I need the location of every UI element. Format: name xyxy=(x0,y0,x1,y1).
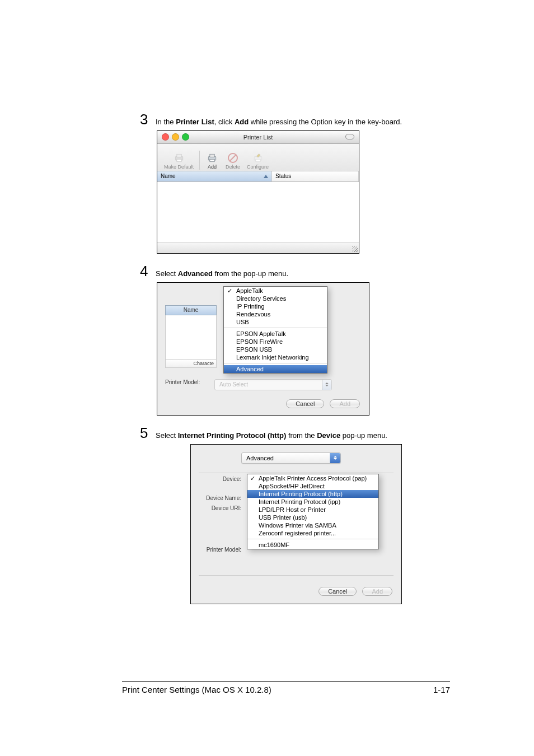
svg-line-7 xyxy=(230,155,236,161)
step-4-text: Select Advanced from the pop-up menu. xyxy=(156,264,288,279)
menu-item-label: LPD/LPR Host or Printer xyxy=(259,506,326,513)
menu-item[interactable]: USB xyxy=(224,318,327,326)
step-5-text: Select Internet Printing Protocol (http)… xyxy=(156,426,387,441)
footer-page-number: 1-17 xyxy=(433,685,450,694)
step-3-text: In the Printer List, click Add while pre… xyxy=(156,112,402,127)
svg-rect-9 xyxy=(255,159,260,161)
connection-combo[interactable]: Advanced xyxy=(241,452,341,464)
add-label: Add xyxy=(208,164,217,170)
menu-item-label: Rendezvous xyxy=(236,311,270,318)
column-status[interactable]: Status xyxy=(272,171,359,181)
menu-item-label: USB Printer (usb) xyxy=(259,514,307,521)
toolbar-toggle-icon[interactable] xyxy=(345,134,354,139)
svg-rect-5 xyxy=(210,159,214,161)
stepper-icon xyxy=(322,380,331,390)
make-default-label: Make Default xyxy=(164,164,194,170)
sort-ascending-icon xyxy=(264,175,268,178)
menu-item[interactable]: mc1690MF xyxy=(247,541,378,549)
connection-popup-menu[interactable]: ✓AppleTalkDirectory ServicesIP PrintingR… xyxy=(223,286,327,374)
printer-icon xyxy=(172,152,186,164)
connection-combo-value: Advanced xyxy=(246,455,274,461)
svg-rect-4 xyxy=(210,154,214,157)
name-column-header[interactable]: Name xyxy=(165,305,217,315)
step-3: 3 In the Printer List, click Add while p… xyxy=(140,112,450,127)
delete-label: Delete xyxy=(226,164,240,170)
menu-item[interactable]: ✓AppleTalk Printer Access Protocol (pap) xyxy=(247,474,378,482)
cancel-button[interactable]: Cancel xyxy=(318,587,357,596)
window-footer xyxy=(157,243,359,253)
menu-item-label: Internet Printing Protocol (http) xyxy=(259,491,343,497)
menu-item-label: AppleTalk Printer Access Protocol (pap) xyxy=(259,475,367,482)
add-button: Add xyxy=(330,399,360,408)
button-row: Cancel Add xyxy=(318,587,392,596)
menu-item-label: AppSocket/HP JetDirect xyxy=(259,483,325,489)
device-name-label: Device Name: xyxy=(196,495,241,501)
printer-list-window: Printer List Make Default Add xyxy=(157,130,359,254)
titlebar[interactable]: Printer List xyxy=(157,131,359,144)
step5-b2: Device xyxy=(317,431,340,440)
menu-item[interactable]: IP Printing xyxy=(224,302,327,310)
menu-item[interactable]: USB Printer (usb) xyxy=(247,514,378,521)
step-5: 5 Select Internet Printing Protocol (htt… xyxy=(140,426,450,441)
chevron-updown-icon xyxy=(330,453,340,463)
menu-item[interactable]: Windows Printer via SAMBA xyxy=(247,521,378,529)
svg-rect-1 xyxy=(176,154,181,157)
printer-model-label: Printer Model: xyxy=(196,547,241,553)
menu-item-label: EPSON FireWire xyxy=(236,338,283,345)
menu-item[interactable]: Internet Printing Protocol (http) xyxy=(247,490,378,498)
add-printer-sheet: Name Characte Printer Model: Auto Select… xyxy=(157,282,369,416)
step5-mid: from the xyxy=(286,431,317,440)
configure-button: Configure xyxy=(243,147,272,170)
printer-model-label: Printer Model: xyxy=(165,379,200,385)
step3-b2: Add xyxy=(235,118,249,126)
add-button: Add xyxy=(362,587,392,596)
menu-item[interactable]: LPD/LPR Host or Printer xyxy=(247,506,378,514)
menu-item-label: mc1690MF xyxy=(259,542,289,548)
window-title: Printer List xyxy=(157,134,359,141)
column-name-label: Name xyxy=(161,173,176,179)
page-footer: Print Center Settings (Mac OS X 10.2.8) … xyxy=(122,681,450,694)
footer-title: Print Center Settings (Mac OS X 10.2.8) xyxy=(122,685,271,694)
column-headers: Name Status xyxy=(157,171,359,182)
menu-item-label: Advanced xyxy=(236,366,264,372)
menu-item[interactable]: Advanced xyxy=(224,365,327,373)
printer-list-area[interactable] xyxy=(157,182,359,243)
step3-b1: Printer List xyxy=(176,118,214,126)
menu-item-label: EPSON AppleTalk xyxy=(236,330,286,337)
menu-item[interactable]: Rendezvous xyxy=(224,310,327,318)
menu-item[interactable]: Directory Services xyxy=(224,295,327,302)
printer-model-value: Auto Select xyxy=(219,381,248,388)
device-label: Device: xyxy=(196,476,241,482)
name-list-area xyxy=(165,315,217,360)
menu-item[interactable]: EPSON FireWire xyxy=(224,338,327,346)
delete-button: Delete xyxy=(222,147,243,170)
menu-item-label: Internet Printing Protocol (ipp) xyxy=(259,498,340,505)
divider-icon xyxy=(199,151,200,170)
step3-pre: In the xyxy=(156,118,176,126)
step4-pre: Select xyxy=(156,269,178,278)
menu-separator xyxy=(224,363,327,363)
separator xyxy=(199,473,394,473)
advanced-sheet: Advanced Device: Device Name: Device URI… xyxy=(190,444,402,604)
separator xyxy=(199,575,394,576)
printer-add-icon xyxy=(205,152,219,164)
add-button[interactable]: Add xyxy=(202,147,222,170)
svg-rect-2 xyxy=(176,159,181,161)
menu-item[interactable]: Internet Printing Protocol (ipp) xyxy=(247,498,378,506)
column-name[interactable]: Name xyxy=(157,171,272,181)
menu-item[interactable]: AppSocket/HP JetDirect xyxy=(247,482,378,490)
menu-item-label: EPSON USB xyxy=(236,346,272,353)
menu-item[interactable]: EPSON AppleTalk xyxy=(224,330,327,338)
step-5-number: 5 xyxy=(140,426,150,440)
menu-item[interactable]: Lexmark Inkjet Networking xyxy=(224,353,327,361)
cancel-button[interactable]: Cancel xyxy=(286,399,324,408)
menu-item[interactable]: Zeroconf registered printer... xyxy=(247,529,378,537)
menu-item[interactable]: ✓AppleTalk xyxy=(224,287,327,295)
menu-item[interactable]: EPSON USB xyxy=(224,346,327,353)
resize-grip-icon[interactable] xyxy=(352,246,358,252)
character-label: Characte xyxy=(165,360,217,368)
device-popup-menu[interactable]: ✓AppleTalk Printer Access Protocol (pap)… xyxy=(247,474,379,549)
check-icon: ✓ xyxy=(227,287,232,295)
make-default-button: Make Default xyxy=(161,147,197,170)
step5-pre: Select xyxy=(156,431,178,440)
